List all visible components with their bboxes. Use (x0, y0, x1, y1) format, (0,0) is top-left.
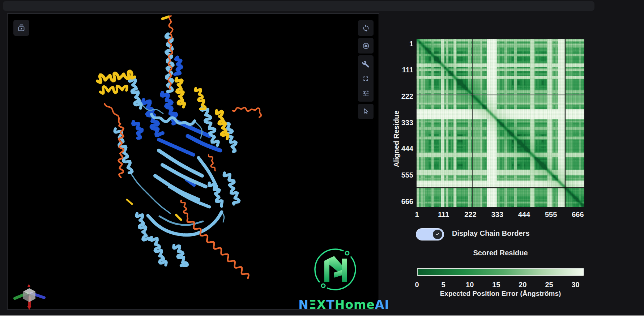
expand-panel-icon (17, 24, 26, 32)
protein-ribbon (187, 218, 249, 278)
colorbar-title: Scored Residue (473, 249, 528, 257)
protein-ribbon (129, 78, 141, 108)
brand-letter: N (298, 298, 309, 312)
protein-ribbon (159, 150, 202, 176)
pae-colorbar (417, 268, 584, 276)
browser-topbar[interactable] (3, 1, 594, 11)
pae-x-tick: 111 (438, 210, 449, 219)
protein-ribbon (209, 155, 215, 171)
protein-ribbon (216, 111, 228, 139)
camera-icon (362, 42, 370, 50)
fullscreen-button[interactable] (362, 75, 370, 82)
colorbar-tick: 15 (492, 281, 500, 289)
brand-wordmark: NΞXTHomeAI (293, 298, 394, 312)
logo-node-icon (321, 284, 325, 288)
protein-ribbon (176, 215, 181, 220)
brand-letter: o (345, 298, 354, 312)
protein-ribbon (162, 17, 169, 19)
protein-ribbon (175, 57, 182, 75)
pae-x-tick: 333 (491, 210, 503, 219)
logo-monogram (324, 256, 347, 282)
pae-x-tick: 222 (464, 210, 476, 219)
pae-heatmap-canvas[interactable] (417, 39, 584, 207)
colorbar-tick: 25 (545, 281, 553, 289)
colorbar-tick: 30 (571, 281, 579, 289)
brand-letter: Ξ (309, 298, 317, 312)
brand-letter: A (375, 298, 385, 312)
selection-cursor-icon (362, 108, 370, 115)
pae-x-tick: 444 (518, 210, 530, 219)
brand-letter: m (354, 298, 366, 312)
tools-button[interactable] (362, 60, 370, 68)
app-root: NΞXTHomeAI Aligned Residue Display Chain… (0, 0, 644, 316)
colorbar-tick: 0 (415, 281, 419, 289)
axes-gizmo[interactable] (9, 280, 49, 312)
brand-letter: X (317, 298, 326, 312)
check-icon (435, 232, 440, 237)
protein-ribbon (233, 107, 261, 117)
structure-viewer-panel[interactable]: NΞXTHomeAI (7, 13, 379, 310)
reset-view-icon (362, 24, 370, 32)
reset-view-button[interactable] (358, 20, 374, 36)
protein-ribbon (148, 212, 222, 235)
expand-panel-button[interactable] (13, 20, 29, 36)
protein-ribbon (105, 103, 120, 124)
pae-y-tick: 111 (402, 66, 413, 74)
logo-node-icon (345, 251, 349, 255)
brand-logo (310, 244, 361, 295)
colorbar-tick: 10 (466, 281, 474, 289)
tune-button[interactable] (362, 89, 370, 97)
colorbar-tick: 5 (442, 281, 445, 289)
protein-ribbon (181, 200, 188, 217)
protein-ribbon (127, 200, 132, 204)
protein-ribbon (100, 86, 127, 94)
tune-icon (362, 89, 370, 97)
pae-y-tick: 333 (401, 118, 413, 127)
protein-ribbon (170, 187, 209, 207)
tools-icon (362, 60, 370, 68)
protein-ribbon (224, 173, 239, 204)
brand-letter: T (326, 298, 335, 312)
brand-letter: H (335, 298, 345, 312)
fullscreen-icon (362, 75, 370, 82)
protein-ribbon (199, 158, 217, 187)
colorbar-axis-label: Expected Position Error (Ångströms) (440, 290, 561, 298)
protein-ribbon (174, 245, 187, 266)
brand-letter: e (366, 298, 375, 312)
chain-borders-toggle[interactable] (416, 228, 444, 241)
selection-cursor-button[interactable] (358, 104, 374, 119)
pae-x-tick: 666 (572, 210, 584, 219)
chain-borders-toggle-label: Display Chain Borders (452, 229, 530, 238)
pae-y-tick: 666 (401, 197, 413, 205)
brand-letter: I (384, 298, 389, 312)
pae-y-axis-label: Aligned Residue (392, 111, 401, 167)
protein-ribbon (195, 88, 205, 109)
viewer-toolbar-group (358, 55, 374, 102)
pae-y-tick: 444 (401, 145, 413, 153)
pae-y-tick: 555 (401, 171, 413, 179)
camera-button[interactable] (358, 38, 374, 54)
protein-ribbon (131, 173, 170, 213)
pae-x-tick: 555 (545, 210, 557, 219)
protein-ribbon (133, 122, 142, 138)
pae-x-tick: 1 (415, 210, 419, 219)
colorbar-tick: 20 (519, 281, 526, 289)
protein-ribbon (209, 183, 222, 206)
protein-ribbon (176, 78, 184, 107)
protein-ribbon (151, 237, 166, 265)
pae-y-tick: 222 (401, 92, 413, 100)
toggle-thumb (433, 230, 442, 239)
pae-y-tick: 1 (409, 40, 413, 48)
